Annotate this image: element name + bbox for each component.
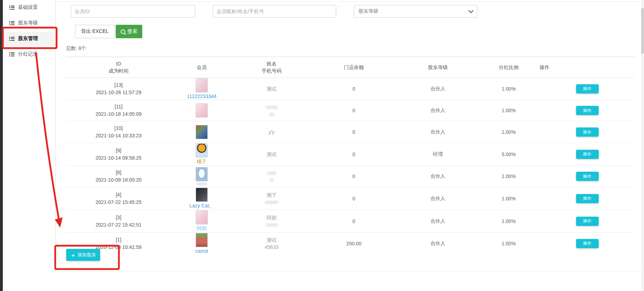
row-action-button[interactable]: 操作 <box>576 84 599 93</box>
add-shareholder-label: 添加股东 <box>77 252 96 258</box>
dividend-ratio: 1.00% <box>479 100 538 121</box>
sidebar-item-label: 分红记录 <box>18 51 38 57</box>
table-row: [8] 2021-10-09 18:05:20 0 合伙人 1.00% 操作 <box>65 166 635 187</box>
row-action-button[interactable]: 操作 <box>576 150 599 159</box>
store-balance: 0 <box>311 166 396 187</box>
member-nickname-link[interactable]: 11122233344 <box>187 93 217 99</box>
annotation-arrow-head <box>55 217 63 228</box>
member-nickname-link[interactable]: carrot <box>195 248 208 254</box>
member-id: [4] <box>66 191 171 199</box>
member-nickname-link[interactable]: 阿部 <box>197 226 207 232</box>
table-row: [4] 2021-07-22 15:45:25 Lazy Cat。 测下 0 合… <box>65 187 635 210</box>
dividend-ratio: 1.00% <box>479 210 538 233</box>
column-header-level: 股东等级 <box>396 57 479 78</box>
member-name: 测试 <box>232 236 311 244</box>
dividend-ratio: 1.00% <box>479 121 538 143</box>
sidebar: 基础设置 股东等级 股东管理 分红记录 <box>3 0 56 272</box>
sidebar-item-label: 股东管理 <box>18 35 38 42</box>
shareholder-level-select[interactable]: 股东等级 <box>354 5 477 18</box>
sidebar-item-dividend-records[interactable]: 分红记录 <box>3 47 55 61</box>
total-count-text: 总数: 8个 <box>66 45 86 52</box>
row-action-button[interactable]: 操作 <box>576 106 599 115</box>
row-action-button[interactable]: 操作 <box>576 127 599 137</box>
sidebar-item-basic-settings[interactable]: 基础设置 <box>3 1 55 14</box>
shareholder-admin-page: { "colors": { "annotation_red": "#e8231d… <box>0 0 644 291</box>
avatar-blue-image <box>196 167 208 181</box>
table-row: [3] 2021-07-22 15:42:51 阿部 阿部 0 合伙人 1.00… <box>65 210 635 233</box>
chevron-down-icon <box>468 8 473 13</box>
shareholder-level: 合伙人 <box>396 210 479 233</box>
export-excel-button[interactable]: 导出 EXCEL <box>75 25 115 38</box>
table-row: [13] 2021-10-26 11:57:29 11122233344 测试 … <box>65 78 635 100</box>
column-header-id-time: ID成为时间 <box>65 57 172 78</box>
member-name: 测下 <box>232 192 311 199</box>
member-name: y'y <box>232 129 311 136</box>
column-header-dividend-ratio: 分红比例 <box>479 57 538 78</box>
shareholder-level: 合伙人 <box>396 187 479 210</box>
store-balance: 0 <box>311 187 396 210</box>
row-action-button[interactable]: 操作 <box>576 217 599 226</box>
dividend-ratio: 1.00% <box>479 187 538 210</box>
store-balance: 0 <box>311 121 396 143</box>
search-button[interactable]: 搜索 <box>116 25 142 38</box>
store-balance: 0 <box>311 143 396 166</box>
member-phone: 45633 <box>232 244 311 251</box>
add-shareholder-button[interactable]: ＋ 添加股东 <box>66 249 100 261</box>
redacted-name <box>267 172 276 175</box>
member-id-input[interactable] <box>71 5 195 18</box>
dividend-ratio: 1.00% <box>479 166 538 187</box>
become-time: 2021-07-22 15:42:51 <box>66 221 171 229</box>
dividend-ratio: 1.00% <box>479 233 538 255</box>
left-dark-strip <box>0 0 3 291</box>
list-icon <box>9 52 15 56</box>
member-id: [9] <box>66 147 171 154</box>
column-header-member: 会员 <box>172 57 232 78</box>
scrollbar-thumb[interactable] <box>641 8 644 54</box>
member-name: 测试 <box>232 151 311 158</box>
become-time: 2021-10-26 11:57:29 <box>66 89 171 96</box>
redacted-phone <box>269 113 274 116</box>
table-row: [9] 2021-10-14 09:58:25 橘子 测试 0 经理 5.00%… <box>65 143 635 166</box>
shareholder-level: 合伙人 <box>396 78 479 100</box>
search-icon <box>121 29 125 34</box>
dividend-ratio: 5.00% <box>479 143 538 166</box>
avatar-photo-image <box>196 125 208 139</box>
shareholder-level: 经理 <box>396 143 479 166</box>
table-row: [11] 2021-10-18 14:05:09 0 合伙人 1.00% 操作 <box>65 100 635 121</box>
member-id: [8] <box>66 169 171 176</box>
redacted-phone <box>266 223 278 227</box>
sidebar-item-shareholder-management[interactable]: 股东管理 <box>3 32 55 45</box>
shareholder-level: 合伙人 <box>396 100 479 121</box>
search-button-label: 搜索 <box>127 28 137 35</box>
list-icon <box>9 21 15 25</box>
content-top-divider <box>56 1 641 2</box>
member-name: 测试 <box>232 85 311 92</box>
member-nickname-link[interactable]: 橘子 <box>197 159 207 165</box>
nickname-name-phone-input[interactable] <box>213 5 336 18</box>
avatar-pink-rabbit-image <box>196 78 208 92</box>
table-row: [10] 2021-10-14 10:33:23 y'y 0 合伙人 1.00%… <box>65 121 635 143</box>
avatar-pink-rabbit-image <box>196 210 208 224</box>
row-action-button[interactable]: 操作 <box>576 194 599 203</box>
member-id: [1] <box>66 236 171 244</box>
avatar-dark-photo-image <box>196 188 208 202</box>
store-balance: 200.00 <box>311 233 396 255</box>
member-nickname-link[interactable]: Lazy Cat。 <box>189 203 214 209</box>
column-header-action: 操作 <box>538 57 635 78</box>
plus-icon: ＋ <box>70 252 76 258</box>
shareholder-level: 合伙人 <box>396 233 479 255</box>
row-action-button[interactable]: 操作 <box>576 172 599 181</box>
shareholders-table: ID成为时间 会员 姓名手机号码 门店余额 股东等级 分红比例 操作 [13] … <box>65 57 635 254</box>
row-action-button[interactable]: 操作 <box>576 239 599 248</box>
shareholder-level: 合伙人 <box>396 166 479 187</box>
member-name: 阿部 <box>232 214 311 221</box>
become-time: 2021-10-09 18:05:20 <box>66 176 171 184</box>
redacted-nickname <box>196 182 207 186</box>
sidebar-item-shareholder-level[interactable]: 股东等级 <box>3 16 55 30</box>
become-time: 2021-10-14 10:33:23 <box>66 132 171 139</box>
store-balance: 0 <box>311 100 396 121</box>
sidebar-item-label: 股东等级 <box>18 20 38 26</box>
become-time: 2021-07-22 15:45:25 <box>66 199 171 206</box>
become-time: 2021-10-18 14:05:09 <box>66 110 171 118</box>
dividend-ratio: 1.00% <box>479 78 538 100</box>
